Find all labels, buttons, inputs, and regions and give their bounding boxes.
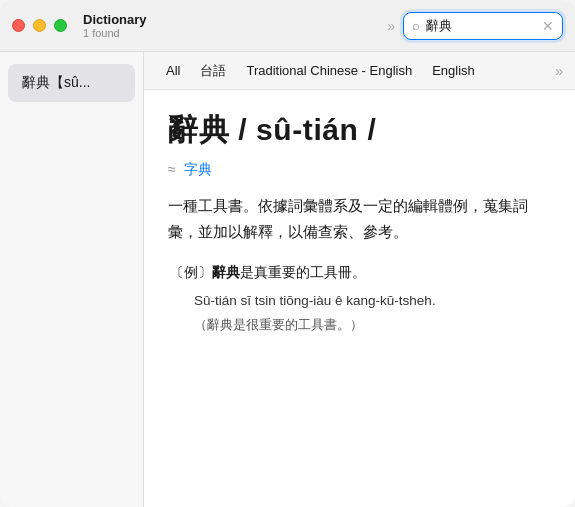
example-romanized: Sû-tián sī tsin tiōng-iàu ê kang-kū-tshe… (170, 289, 551, 313)
traffic-lights (12, 19, 67, 32)
example-bold: 辭典 (212, 264, 240, 280)
example-label: 〔例〕 (170, 264, 212, 280)
main-area: 辭典【sû... All 台語 Traditional Chinese - En… (0, 52, 575, 507)
tab-all[interactable]: All (156, 57, 190, 84)
sidebar-item-dictionary[interactable]: 辭典【sû... (8, 64, 135, 102)
minimize-button[interactable] (33, 19, 46, 32)
clear-icon[interactable]: ✕ (542, 18, 554, 34)
tab-taiwanese[interactable]: 台語 (190, 56, 236, 86)
example-translation: （辭典是很重要的工具書。） (170, 313, 551, 336)
tabs-expand-icon[interactable]: » (555, 63, 563, 79)
maximize-button[interactable] (54, 19, 67, 32)
synonym-word: 字典 (184, 161, 212, 177)
article: 辭典 / sû-tián / ≈ 字典 一種工具書。依據詞彙體系及一定的編輯體例… (144, 90, 575, 507)
content-area: All 台語 Traditional Chinese - English Eng… (144, 52, 575, 507)
example-zh-text: 是真重要的工具冊。 (240, 264, 366, 280)
article-title: 辭典 / sû-tián / (168, 110, 551, 151)
expand-icon[interactable]: » (387, 18, 395, 34)
search-value[interactable]: 辭典 (426, 17, 536, 35)
window-title: Dictionary (83, 12, 147, 27)
titlebar: Dictionary 1 found » ⌕ 辭典 ✕ (0, 0, 575, 52)
tabs-bar: All 台語 Traditional Chinese - English Eng… (144, 52, 575, 90)
synonym-tilde: ≈ (168, 161, 180, 177)
close-button[interactable] (12, 19, 25, 32)
article-example: 〔例〕辭典是真重要的工具冊。 Sû-tián sī tsin tiōng-iàu… (168, 260, 551, 337)
window-subtitle: 1 found (83, 27, 120, 39)
sidebar: 辭典【sû... (0, 52, 144, 507)
titlebar-center: Dictionary 1 found (67, 12, 387, 39)
sidebar-item-label: 辭典【sû... (22, 74, 90, 90)
tab-english[interactable]: English (422, 57, 485, 84)
tab-trad-en[interactable]: Traditional Chinese - English (236, 57, 422, 84)
article-synonym: ≈ 字典 (168, 161, 551, 179)
example-zh: 〔例〕辭典是真重要的工具冊。 (170, 260, 551, 285)
search-bar[interactable]: ⌕ 辭典 ✕ (403, 12, 563, 40)
article-definition: 一種工具書。依據詞彙體系及一定的編輯體例，蒐集詞彙，並加以解釋，以備查索、參考。 (168, 193, 551, 244)
main-window: Dictionary 1 found » ⌕ 辭典 ✕ 辭典【sû... All… (0, 0, 575, 507)
search-icon: ⌕ (412, 18, 420, 33)
